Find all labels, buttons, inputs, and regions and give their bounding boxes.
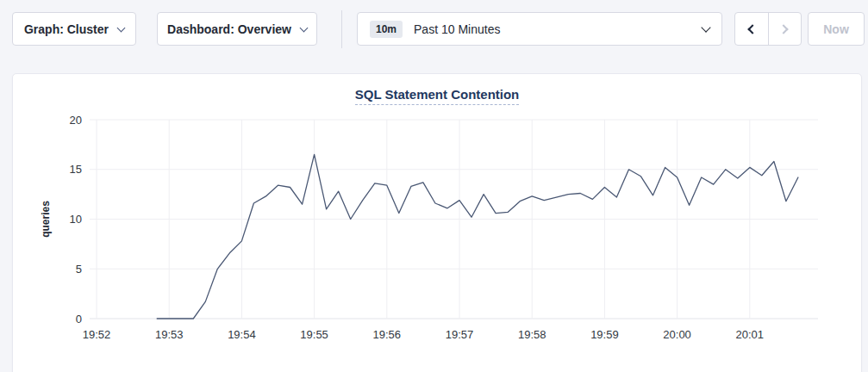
y-tick-label: 0 [76, 313, 82, 326]
y-tick-label: 5 [76, 263, 82, 276]
time-range-label: Past 10 Minutes [414, 22, 500, 36]
chevron-down-icon [701, 22, 710, 32]
x-tick-label: 19:52 [83, 328, 111, 341]
x-tick-label: 20:01 [736, 328, 765, 341]
dashboard-selector-dropdown[interactable]: Dashboard: Overview [157, 12, 317, 46]
chart-title[interactable]: SQL Statement Contention [355, 87, 520, 105]
chevron-left-icon [748, 24, 758, 34]
x-tick-label: 19:57 [446, 328, 474, 341]
time-range-selector[interactable]: 10m Past 10 Minutes [357, 12, 722, 46]
y-tick-label: 15 [70, 163, 82, 176]
x-tick-label: 19:53 [155, 328, 184, 341]
x-tick-label: 19:54 [228, 328, 256, 341]
x-tick-label: 19:59 [590, 328, 619, 341]
chart-card: 0510152019:5219:5319:5419:5519:5619:5719… [12, 73, 862, 372]
y-tick-label: 20 [70, 114, 82, 127]
now-button[interactable]: Now [808, 12, 865, 46]
x-tick-label: 19:56 [373, 328, 402, 341]
time-shift-arrows [734, 12, 802, 46]
chart-toolbar: Graph: Cluster Dashboard: Overview 10m P… [0, 0, 868, 59]
series-line [157, 154, 798, 319]
x-tick-label: 20:00 [663, 328, 691, 341]
dashboard-selector-label: Dashboard: Overview [167, 22, 291, 36]
graph-selector-label: Graph: Cluster [24, 22, 109, 36]
chevron-down-icon [300, 23, 309, 32]
sql-statement-contention-chart[interactable]: 0510152019:5219:5319:5419:5519:5619:5719… [13, 74, 863, 358]
graph-selector-dropdown[interactable]: Graph: Cluster [12, 12, 136, 46]
y-axis-label: queries [40, 201, 52, 238]
time-back-button[interactable] [735, 13, 769, 45]
chevron-down-icon [117, 23, 126, 32]
x-tick-label: 19:55 [300, 328, 328, 341]
chart-title-row: SQL Statement Contention [13, 87, 861, 102]
toolbar-divider [341, 10, 342, 48]
time-range-badge: 10m [370, 21, 403, 38]
y-tick-label: 10 [70, 213, 82, 226]
time-forward-button[interactable] [769, 13, 802, 45]
chevron-right-icon [778, 24, 788, 34]
x-tick-label: 19:58 [518, 328, 546, 341]
